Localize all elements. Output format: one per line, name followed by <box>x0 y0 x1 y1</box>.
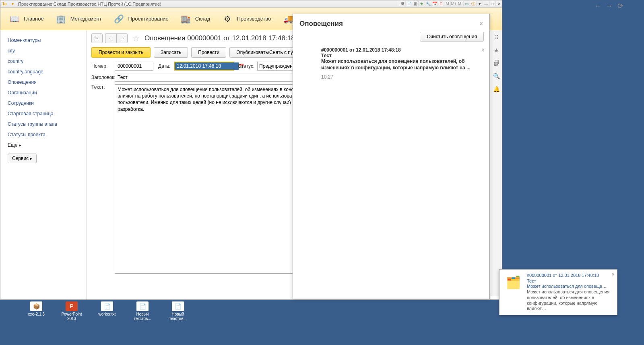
tb-cal2-icon[interactable]: 🗓 <box>438 1 444 7</box>
apps-icon[interactable]: ⠿ <box>495 34 499 41</box>
sidebar-item-startpage[interactable]: Стартовая страница <box>0 108 86 119</box>
nav-label: Проектирование <box>128 16 169 22</box>
notif-toolbar: Очистить оповещения <box>293 32 489 45</box>
status-label: Статус: <box>238 63 257 69</box>
tb-dd-icon[interactable]: ▾ <box>476 1 483 7</box>
notif-item-body: Может использоваться для оповещения поль… <box>321 58 483 71</box>
clear-notifications-button[interactable]: Очистить оповещения <box>420 32 484 42</box>
text-label: Текст: <box>91 84 115 90</box>
notif-title: Оповещения <box>299 20 343 28</box>
task-text1[interactable]: 📄Новый текстов... <box>130 301 155 321</box>
close-button[interactable]: ✕ <box>495 1 502 7</box>
tb-info-icon[interactable]: ⓘ <box>470 1 476 7</box>
notif-item-time: 10:27 <box>321 74 483 80</box>
search-icon[interactable]: 🔍 <box>493 73 500 79</box>
browser-nav: ← → ⟳ <box>593 2 625 10</box>
file-icon: 📄 <box>172 301 184 311</box>
nav-main[interactable]: 📖Главное <box>3 10 50 27</box>
tb-m[interactable]: M <box>444 1 450 7</box>
tb-mplus[interactable]: M+ <box>450 1 457 7</box>
toast-body: #000000001 от 12.01.2018 17:48:18 Тест М… <box>527 273 613 312</box>
tb-doc-icon[interactable]: 📄 <box>405 1 412 7</box>
post-button[interactable]: Провести <box>191 47 226 58</box>
notes-icon: 🗂️ <box>504 273 523 292</box>
book-icon: 📖 <box>8 13 21 25</box>
nav-label: Производство <box>237 16 271 22</box>
sidebar-item-nomenclature[interactable]: Номенклатуры <box>0 35 86 46</box>
notif-close-icon[interactable]: × <box>479 20 483 27</box>
titlebar: 1c ▾ Проектирование Склад Производство Н… <box>0 0 502 8</box>
maximize-button[interactable]: □ <box>489 1 495 7</box>
title-label: Заголовок: <box>91 75 115 80</box>
store-icon: 🏬 <box>180 13 192 25</box>
task-exe[interactable]: 📦exe-2.1.3 <box>24 301 48 321</box>
notif-item-heading: #000000001 от 12.01.2018 17:48:18 <box>321 47 483 53</box>
task-worker[interactable]: 📄worker.txt <box>95 301 119 321</box>
bell-icon[interactable]: 🔔 <box>493 86 500 92</box>
home-button[interactable]: ⌂ <box>91 33 103 43</box>
nav-management[interactable]: 🏢Менеджмент <box>50 10 107 27</box>
number-label: Номер: <box>91 63 115 69</box>
notif-item[interactable]: × #000000001 от 12.01.2018 17:48:18 Тест… <box>293 45 489 82</box>
gear-icon: ⚙ <box>221 13 233 25</box>
date-label: Дата: <box>158 63 174 69</box>
right-toolbar: ⠿ ★ 🗐 🔍 🔔 <box>491 30 502 296</box>
nav-label: Склад <box>195 16 211 22</box>
nav-production[interactable]: ⚙Производство <box>216 10 277 27</box>
sidebar-item-employees[interactable]: Сотрудники <box>0 98 86 108</box>
minimize-button[interactable]: — <box>483 1 489 7</box>
save-button[interactable]: Записать <box>154 47 188 58</box>
tb-print-icon[interactable]: 🖶 <box>399 1 405 7</box>
toast-line1: #000000001 от 12.01.2018 17:48:18 <box>527 273 613 278</box>
sidebar-more[interactable]: Еще ▸ <box>0 140 86 150</box>
sidebar-item-city[interactable]: city <box>0 46 86 56</box>
dropdown-icon[interactable]: ▾ <box>10 1 15 7</box>
tb-panel-icon[interactable]: ▭ <box>463 1 470 7</box>
nav-label: Главное <box>24 16 44 22</box>
window-title: Проектирование Склад Производство НТЦ Пр… <box>17 2 399 6</box>
copy-icon[interactable]: 🗐 <box>494 60 500 67</box>
post-and-close-button[interactable]: Провести и закрыть <box>91 47 151 58</box>
nav-label: Менеджмент <box>70 16 102 22</box>
date-input-wrap: 📅 <box>174 62 234 71</box>
tb-mminus[interactable]: M- <box>457 1 463 7</box>
notifications-panel: Оповещения × Очистить оповещения × #0000… <box>293 14 490 299</box>
number-input[interactable] <box>115 62 153 71</box>
back-button[interactable]: ← <box>105 33 116 43</box>
sidebar-item-countrylang[interactable]: countrylanguage <box>0 67 86 77</box>
notif-item-title: Тест <box>321 53 483 58</box>
ppt-icon: P <box>66 301 78 311</box>
file-icon: 📄 <box>101 301 113 311</box>
sidebar-item-project-statuses[interactable]: Статусы проекта <box>0 129 86 140</box>
browser-reload-icon[interactable]: ⟳ <box>616 2 625 10</box>
sidebar-item-stage-statuses[interactable]: Статусы группы этапа <box>0 119 86 129</box>
forward-button[interactable]: → <box>116 33 128 43</box>
sidebar-item-organizations[interactable]: Организации <box>0 87 86 98</box>
tb-star-icon[interactable]: ★ <box>418 1 425 7</box>
nav-design[interactable]: 🔗Проектирование <box>107 10 174 27</box>
toast-close-icon[interactable]: × <box>611 271 615 277</box>
app-window: 1c ▾ Проектирование Склад Производство Н… <box>0 0 502 300</box>
browser-back-icon[interactable]: ← <box>593 2 602 10</box>
star-icon[interactable]: ★ <box>494 47 499 54</box>
sidebar-item-country[interactable]: country <box>0 56 86 67</box>
task-powerpoint[interactable]: PPowerPoint 2013 <box>60 301 84 321</box>
toast-notification[interactable]: × 🗂️ #000000001 от 12.01.2018 17:48:18 Т… <box>499 269 617 315</box>
sidebar-service-button[interactable]: Сервис ▸ <box>8 154 37 163</box>
tb-tool-icon[interactable]: 🔧 <box>425 1 431 7</box>
titlebar-actions: 🖶 📄 ⊞ ★ 🔧 📅 🗓 M M+ M- ▭ ⓘ ▾ — □ ✕ <box>399 1 502 7</box>
share-icon: 🔗 <box>113 13 125 25</box>
tb-grid-icon[interactable]: ⊞ <box>412 1 418 7</box>
nav-warehouse[interactable]: 🏬Склад <box>174 10 216 27</box>
sidebar-item-notifications[interactable]: Оповещения <box>0 77 86 87</box>
date-input[interactable] <box>175 62 239 70</box>
app-icon: 1c <box>2 1 7 7</box>
tb-cal1-icon[interactable]: 📅 <box>431 1 438 7</box>
notif-item-close-icon[interactable]: × <box>481 47 485 54</box>
toast-line3: Может использоваться для оповеще… <box>527 284 613 289</box>
browser-forward-icon[interactable]: → <box>605 2 613 10</box>
task-text2[interactable]: 📄Новый текстов... <box>166 301 190 321</box>
page-title: Оповещения 000000001 от 12.01.2018 17:48… <box>144 34 295 42</box>
building-icon: 🏢 <box>55 13 67 25</box>
favorite-star-icon[interactable]: ☆ <box>132 33 140 43</box>
